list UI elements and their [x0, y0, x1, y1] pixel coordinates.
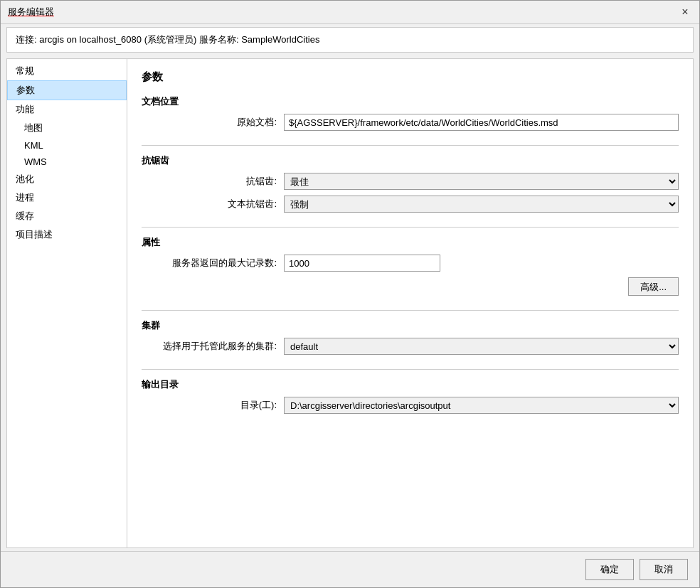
- max-records-label: 服务器返回的最大记录数:: [142, 257, 284, 269]
- antialiasing-label: 抗锯齿:: [142, 175, 284, 188]
- content-area: 常规 参数 功能 地图 KML WMS 池化 进程: [6, 58, 694, 548]
- document-location-section: 文档位置 原始文档:: [142, 95, 679, 131]
- sidebar-item-params[interactable]: 参数: [7, 80, 127, 100]
- antialiasing-select-wrapper: 无 最快 快速 正常 最佳: [284, 173, 679, 190]
- original-doc-row: 原始文档:: [142, 114, 679, 131]
- sidebar-item-general[interactable]: 常规: [7, 62, 127, 80]
- connection-bar: 连接: arcgis on localhost_6080 (系统管理员) 服务名…: [6, 27, 694, 53]
- cluster-select[interactable]: default: [284, 338, 679, 355]
- close-button[interactable]: ×: [678, 5, 692, 19]
- antialiasing-title: 抗锯齿: [142, 154, 679, 167]
- connection-text: 连接: arcgis on localhost_6080 (系统管理员) 服务名…: [16, 34, 319, 45]
- original-doc-input[interactable]: [284, 114, 679, 131]
- output-directory-title: 输出目录: [142, 378, 679, 391]
- main-panel: 参数 文档位置 原始文档: 抗锯齿 抗锯齿: 无 最快: [127, 58, 694, 548]
- max-records-row: 服务器返回的最大记录数:: [142, 255, 679, 272]
- sidebar-item-kml[interactable]: KML: [7, 137, 127, 154]
- divider-3: [142, 310, 679, 311]
- divider-1: [142, 145, 679, 146]
- document-location-title: 文档位置: [142, 95, 679, 108]
- sidebar-item-cache[interactable]: 缓存: [7, 207, 127, 225]
- properties-title: 属性: [142, 236, 679, 249]
- title-bar: 服务编辑器 ×: [1, 1, 699, 24]
- cluster-select-wrapper: default: [284, 338, 679, 355]
- antialiasing-section: 抗锯齿 抗锯齿: 无 最快 快速 正常 最佳 文本抗锯齿:: [142, 154, 679, 213]
- output-directory-section: 输出目录 目录(工): D:\arcgisserver\directories\…: [142, 378, 679, 414]
- window-title: 服务编辑器: [8, 6, 54, 18]
- text-antialiasing-select-wrapper: 无 正常 力度 强制: [284, 196, 679, 213]
- original-doc-label: 原始文档:: [142, 116, 284, 129]
- sidebar-item-map[interactable]: 地图: [7, 119, 127, 137]
- text-antialiasing-label: 文本抗锯齿:: [142, 198, 284, 210]
- sidebar-item-pool[interactable]: 池化: [7, 170, 127, 188]
- cluster-title: 集群: [142, 319, 679, 332]
- advanced-button[interactable]: 高级...: [628, 277, 679, 296]
- antialiasing-row: 抗锯齿: 无 最快 快速 正常 最佳: [142, 173, 679, 190]
- footer: 确定 取消: [1, 551, 699, 587]
- main-window: 服务编辑器 × 连接: arcgis on localhost_6080 (系统…: [0, 0, 700, 588]
- dir-row: 目录(工): D:\arcgisserver\directories\arcgi…: [142, 397, 679, 414]
- advanced-row: 高级...: [142, 277, 679, 296]
- sidebar: 常规 参数 功能 地图 KML WMS 池化 进程: [6, 58, 127, 548]
- properties-section: 属性 服务器返回的最大记录数: 高级...: [142, 236, 679, 296]
- cancel-button[interactable]: 取消: [640, 559, 688, 580]
- divider-4: [142, 369, 679, 370]
- dir-select-wrapper: D:\arcgisserver\directories\arcgisoutput: [284, 397, 679, 414]
- sidebar-item-functions[interactable]: 功能: [7, 100, 127, 119]
- text-antialiasing-row: 文本抗锯齿: 无 正常 力度 强制: [142, 196, 679, 213]
- panel-title: 参数: [142, 70, 679, 84]
- sidebar-item-description[interactable]: 项目描述: [7, 225, 127, 244]
- dir-label: 目录(工):: [142, 399, 284, 412]
- cluster-section: 集群 选择用于托管此服务的集群: default: [142, 319, 679, 355]
- sidebar-item-process[interactable]: 进程: [7, 188, 127, 207]
- ok-button[interactable]: 确定: [585, 559, 634, 580]
- text-antialiasing-select[interactable]: 无 正常 力度 强制: [284, 196, 679, 213]
- dir-select[interactable]: D:\arcgisserver\directories\arcgisoutput: [284, 397, 679, 414]
- sidebar-item-wms[interactable]: WMS: [7, 154, 127, 170]
- cluster-row: 选择用于托管此服务的集群: default: [142, 338, 679, 355]
- divider-2: [142, 227, 679, 228]
- cluster-label: 选择用于托管此服务的集群:: [142, 340, 284, 353]
- antialiasing-select[interactable]: 无 最快 快速 正常 最佳: [284, 173, 679, 190]
- max-records-input[interactable]: [284, 255, 440, 272]
